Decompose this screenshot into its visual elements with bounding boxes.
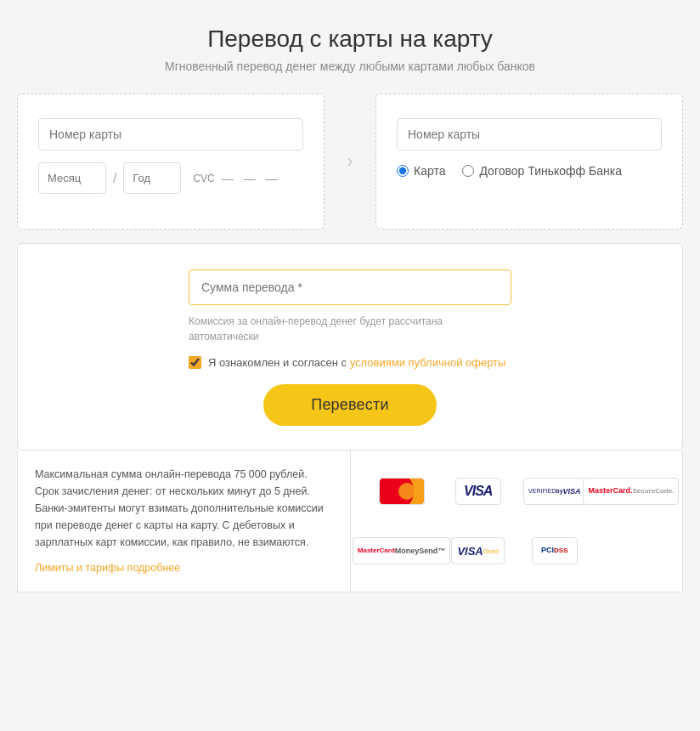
- amount-input-wrap: [189, 269, 511, 305]
- agreement-link[interactable]: условиями публичной оферты: [350, 356, 506, 369]
- amount-input[interactable]: [189, 269, 511, 305]
- to-card-radio-group: Карта Договор Тинькофф Банка: [397, 164, 662, 178]
- from-card-month-input[interactable]: [38, 162, 106, 194]
- agreement-row: Я ознакомлен и согласен с условиями публ…: [189, 356, 511, 369]
- to-card-number-input[interactable]: [397, 118, 662, 150]
- agreement-text: Я ознакомлен и согласен с условиями публ…: [208, 356, 505, 369]
- radio-card-input[interactable]: [397, 165, 409, 177]
- visa-badge: VISA: [455, 478, 501, 505]
- transfer-button[interactable]: Перевести: [263, 384, 436, 426]
- info-line2: Срок зачисления денег: от нескольких мин…: [35, 485, 310, 497]
- from-card-expiry-row: / CVC — — —: [38, 162, 303, 194]
- mastercard-moneysend-badge: MasterCard MoneySend™: [353, 537, 451, 564]
- info-section: Максимальная сумма онлайн-перевода 75 00…: [17, 450, 683, 592]
- agreement-checkbox[interactable]: [189, 356, 201, 369]
- radio-contract-input[interactable]: [462, 165, 474, 177]
- visa-direct-badge: VISA Direct: [451, 537, 505, 564]
- slash-divider: /: [113, 171, 116, 186]
- radio-contract-text: Договор Тинькофф Банка: [479, 164, 621, 178]
- mastercard-securecode-badge: MasterCard. SecureCode.: [583, 478, 679, 505]
- mc-yellow-circle: [398, 483, 415, 500]
- page-wrapper: Перевод с карты на карту Мгновенный пере…: [0, 0, 700, 609]
- info-text: Максимальная сумма онлайн-перевода 75 00…: [35, 466, 333, 551]
- transfer-section: Комиссия за онлайн-перевод денег будет р…: [17, 243, 683, 450]
- cvc-value: — — —: [222, 172, 281, 185]
- from-card-year-input[interactable]: [123, 162, 181, 194]
- from-card-number-input[interactable]: [38, 118, 303, 150]
- info-right: VISA VERIFIED by VISA MasterCard. Secure…: [351, 450, 683, 592]
- cards-section: / CVC — — — › Карта Договор Тинькофф Бан…: [17, 94, 683, 230]
- info-line1: Максимальная сумма онлайн-перевода 75 00…: [35, 468, 308, 480]
- page-subtitle: Мгновенный перевод денег между любыми ка…: [17, 60, 683, 73]
- mastercard-badge: [379, 478, 425, 505]
- commission-text: Комиссия за онлайн-перевод денег будет р…: [189, 314, 511, 344]
- info-left: Максимальная сумма онлайн-перевода 75 00…: [18, 450, 351, 592]
- radio-contract-label[interactable]: Договор Тинькофф Банка: [462, 164, 621, 178]
- from-card-panel: / CVC — — —: [17, 94, 325, 230]
- agreement-prefix: Я ознакомлен и согласен с: [208, 356, 350, 369]
- info-line3: Банки-эмитенты могут взимать дополнитель…: [35, 502, 324, 548]
- to-card-panel: Карта Договор Тинькофф Банка: [375, 94, 683, 230]
- transfer-button-wrap: Перевести: [38, 384, 662, 450]
- arrow-container: ›: [325, 150, 375, 173]
- cvc-label: CVC: [193, 173, 214, 184]
- page-title: Перевод с карты на карту: [17, 26, 683, 53]
- pcidss-badge: PCI DSS: [532, 537, 578, 564]
- limits-link[interactable]: Лимиты и тарифы подробнее: [35, 559, 333, 576]
- radio-card-label[interactable]: Карта: [397, 164, 445, 178]
- arrow-right-icon: ›: [347, 150, 353, 173]
- verified-by-visa-badge: VERIFIED by VISA: [523, 478, 585, 505]
- radio-card-text: Карта: [414, 164, 445, 178]
